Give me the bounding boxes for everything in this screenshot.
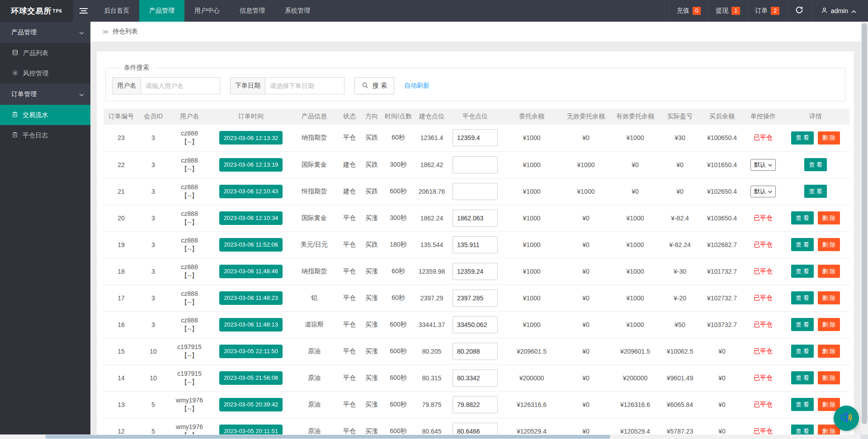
close-point-input[interactable] [453, 156, 498, 173]
order-time-button[interactable]: 2023-03-06 11:48:23 [219, 291, 283, 305]
order-date-input[interactable] [265, 77, 344, 94]
cell-username: cz888【--】 [168, 205, 211, 231]
close-point-input[interactable] [453, 396, 498, 413]
cell-order-time: 2023-03-06 12:10:34 [211, 205, 291, 231]
horizontal-scrollbar-thumb[interactable] [45, 435, 610, 439]
close-point-input[interactable] [453, 369, 498, 387]
view-button[interactable]: 查 看 [804, 158, 827, 171]
view-button[interactable]: 查 看 [791, 131, 814, 145]
closed-status-label: 已平仓 [754, 427, 773, 434]
cell-duration: 180秒 [382, 231, 415, 258]
order-time-button[interactable]: 2023-03-06 11:52:06 [219, 238, 283, 252]
search-icon [362, 82, 369, 90]
nav-item-3[interactable]: 信息管理 [230, 0, 275, 22]
sidebar-item-2[interactable]: 风控管理 [0, 63, 90, 84]
close-point-input[interactable] [453, 236, 498, 253]
username-sub-text: 【--】 [168, 245, 211, 253]
sidebar-item-1[interactable]: 产品列表 [0, 43, 90, 63]
delete-button[interactable]: 删 除 [818, 318, 840, 331]
cell-entrust: ¥1000 [501, 285, 562, 311]
sidebar-toggle-button[interactable] [73, 0, 94, 22]
sound-fab-button[interactable] [834, 406, 859, 431]
username-text: c197915 [168, 369, 211, 378]
close-point-input[interactable] [453, 183, 498, 200]
vertical-scrollbar[interactable] [861, 22, 868, 439]
nav-item-0[interactable]: 后台首页 [94, 0, 139, 22]
view-button[interactable]: 查 看 [804, 185, 827, 198]
order-time-button[interactable]: 2023-03-06 12:10:43 [219, 185, 283, 198]
cell-product: 国际黄金 [291, 151, 338, 178]
order-time-button[interactable]: 2023-03-06 12:10:34 [219, 211, 283, 225]
view-button[interactable]: 查 看 [791, 265, 814, 278]
order-time-button[interactable]: 2023-03-06 11:48:13 [219, 318, 283, 332]
cell-control: 已平仓 [745, 205, 782, 231]
view-button[interactable]: 查 看 [791, 398, 814, 411]
cell-invalid-entrust: ¥0 [562, 231, 610, 258]
sidebar-item-4[interactable]: 交易流水 [0, 105, 90, 125]
view-button[interactable]: 查 看 [791, 291, 814, 304]
order-time-button[interactable]: 2023-03-06 11:48:46 [219, 265, 283, 278]
delete-button[interactable]: 删 除 [818, 238, 840, 251]
nav-item-4[interactable]: 系统管理 [275, 0, 320, 22]
close-point-input[interactable] [453, 129, 498, 146]
username-text: cz888 [168, 156, 211, 165]
view-button[interactable]: 查 看 [791, 211, 814, 224]
cell-order-id: 20 [104, 205, 139, 231]
delete-button[interactable]: 删 除 [818, 371, 840, 384]
nav-menu: 后台首页产品管理用户中心信息管理系统管理 [94, 0, 320, 22]
delete-button[interactable]: 删 除 [818, 345, 840, 358]
nav-item-1[interactable]: 产品管理 [139, 0, 184, 22]
close-point-input[interactable] [453, 316, 498, 333]
sidebar-group-3[interactable]: 订单管理 [0, 84, 90, 105]
user-menu[interactable]: admin [811, 0, 868, 22]
nav-chip-2[interactable]: 订单2 [747, 0, 787, 22]
order-time-button[interactable]: 2023-03-05 22:11:50 [219, 345, 283, 358]
delete-button[interactable]: 删 除 [818, 211, 840, 224]
vertical-scrollbar-thumb[interactable] [862, 23, 867, 424]
view-button[interactable]: 查 看 [791, 371, 814, 384]
username-input[interactable] [141, 77, 220, 94]
sidebar-group-0[interactable]: 产品管理 [0, 22, 90, 43]
close-point-input[interactable] [453, 343, 498, 360]
cell-member-id: 3 [139, 151, 168, 178]
cell-product: 纳指期货 [291, 258, 338, 285]
control-select[interactable]: 默认 [750, 186, 776, 197]
nav-chip-0[interactable]: 充值0 [669, 0, 708, 22]
closed-status-label: 已平仓 [754, 214, 773, 221]
order-time-button[interactable]: 2023-03-06 12:13:32 [219, 131, 283, 145]
close-point-input[interactable] [453, 290, 498, 307]
sidebar-item-5[interactable]: 平仓日志 [0, 125, 90, 145]
close-point-input[interactable] [453, 263, 498, 280]
refresh-button[interactable] [787, 0, 811, 22]
view-button[interactable]: 查 看 [791, 238, 814, 251]
cell-direction: 买涨 [361, 205, 382, 231]
cell-after-balance: ¥102650.4 [699, 178, 745, 205]
delete-button[interactable]: 删 除 [818, 131, 840, 145]
view-button[interactable]: 查 看 [791, 345, 814, 358]
app-logo-text: 环球交易所 [11, 6, 52, 16]
username-sub-text: 【--】 [168, 298, 211, 307]
nav-item-2[interactable]: 用户中心 [184, 0, 230, 22]
auto-refresh-link[interactable]: 自动刷新 [404, 82, 429, 90]
search-button[interactable]: 搜 索 [354, 77, 394, 94]
order-time-button[interactable]: 2023-03-05 20:39:42 [219, 398, 283, 411]
cell-close-point [449, 178, 501, 205]
order-time-button[interactable]: 2023-03-05 21:56:06 [219, 371, 283, 385]
order-time-button[interactable]: 2023-03-06 12:13:19 [219, 158, 283, 172]
cell-status: 平仓 [338, 231, 361, 258]
close-point-input[interactable] [453, 210, 498, 227]
nav-chip-1[interactable]: 提现1 [708, 0, 747, 22]
delete-button[interactable]: 删 除 [818, 291, 840, 304]
column-header: 有效委托余额 [610, 108, 660, 125]
cell-order-time: 2023-03-06 11:48:23 [211, 285, 291, 311]
delete-button[interactable]: 删 除 [818, 398, 840, 411]
cell-member-id: 3 [139, 125, 168, 151]
cell-entrust: ¥1000 [501, 311, 562, 338]
view-button[interactable]: 查 看 [791, 318, 814, 331]
horizontal-scrollbar[interactable] [0, 434, 861, 439]
cell-direction: 买涨 [361, 391, 382, 418]
control-select[interactable]: 默认 [750, 159, 776, 171]
delete-button[interactable]: 删 除 [818, 265, 840, 278]
cell-member-id: 5 [139, 391, 168, 418]
username-sub-text: 【--】 [168, 351, 211, 360]
